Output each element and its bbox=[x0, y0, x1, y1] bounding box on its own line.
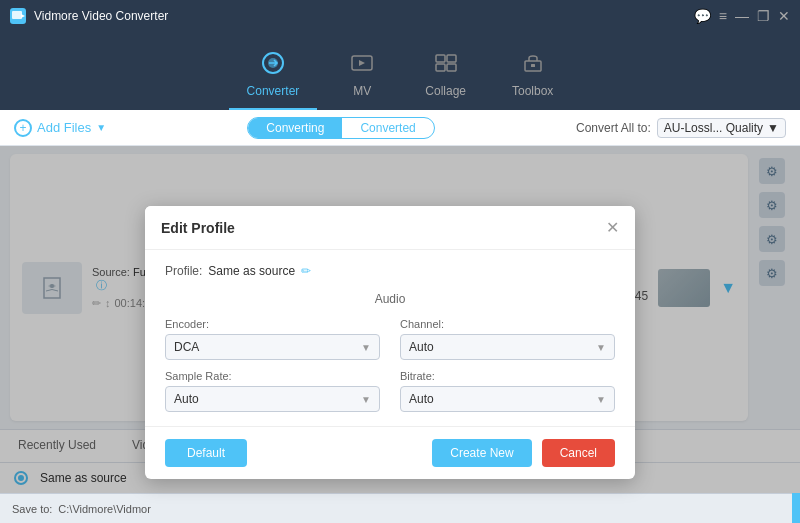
add-files-label: Add Files bbox=[37, 120, 91, 135]
title-bar-controls: 💬 ≡ — ❐ ✕ bbox=[694, 8, 790, 24]
close-button[interactable]: ✕ bbox=[778, 8, 790, 24]
edit-profile-dialog: Edit Profile ✕ Profile: Same as source ✏… bbox=[145, 206, 635, 479]
quality-dropdown[interactable]: AU-Lossl... Quality ▼ bbox=[657, 118, 786, 138]
encoder-value: DCA bbox=[174, 340, 199, 354]
bitrate-dropdown[interactable]: Auto ▼ bbox=[400, 386, 615, 412]
quality-value: AU-Lossl... Quality bbox=[664, 121, 763, 135]
quality-dropdown-icon: ▼ bbox=[767, 121, 779, 135]
minimize-button[interactable]: — bbox=[735, 8, 749, 24]
mv-label: MV bbox=[353, 84, 371, 98]
channel-label: Channel: bbox=[400, 318, 615, 330]
sample-rate-dropdown[interactable]: Auto ▼ bbox=[165, 386, 380, 412]
svg-rect-5 bbox=[436, 55, 445, 62]
profile-edit-icon[interactable]: ✏ bbox=[301, 264, 311, 278]
tab-converting[interactable]: Converting bbox=[248, 118, 342, 138]
cancel-button[interactable]: Cancel bbox=[542, 439, 615, 467]
sub-toolbar: + Add Files ▼ Converting Converted Conve… bbox=[0, 110, 800, 146]
title-bar-left: Vidmore Video Converter bbox=[10, 8, 168, 24]
tab-converter[interactable]: Converter bbox=[229, 44, 318, 110]
plus-icon: + bbox=[14, 119, 32, 137]
toolbox-icon bbox=[520, 52, 546, 80]
menu-icon[interactable]: ≡ bbox=[719, 8, 727, 24]
dialog-close-button[interactable]: ✕ bbox=[606, 218, 619, 237]
dialog-footer: Default Create New Cancel bbox=[145, 426, 635, 479]
channel-group: Channel: Auto ▼ bbox=[400, 318, 615, 360]
tab-collage[interactable]: Collage bbox=[407, 44, 484, 110]
sample-rate-label: Sample Rate: bbox=[165, 370, 380, 382]
create-new-button[interactable]: Create New bbox=[432, 439, 531, 467]
converter-label: Converter bbox=[247, 84, 300, 98]
overlay: Edit Profile ✕ Profile: Same as source ✏… bbox=[0, 146, 800, 493]
app-title: Vidmore Video Converter bbox=[34, 9, 168, 23]
sample-rate-group: Sample Rate: Auto ▼ bbox=[165, 370, 380, 412]
tab-converted[interactable]: Converted bbox=[342, 118, 433, 138]
bitrate-chevron: ▼ bbox=[596, 394, 606, 405]
tab-toolbox[interactable]: Toolbox bbox=[494, 44, 571, 110]
form-grid: Encoder: DCA ▼ Channel: Auto ▼ bbox=[165, 318, 615, 412]
tab-mv[interactable]: MV bbox=[327, 44, 397, 110]
status-bar: Save to: C:\Vidmore\Vidmor bbox=[0, 493, 800, 523]
converter-icon bbox=[260, 52, 286, 80]
convert-button-strip[interactable] bbox=[792, 493, 800, 523]
save-to-label: Save to: bbox=[12, 503, 52, 515]
encoder-chevron: ▼ bbox=[361, 342, 371, 353]
app-icon bbox=[10, 8, 26, 24]
add-files-dropdown-icon[interactable]: ▼ bbox=[96, 122, 106, 133]
bitrate-group: Bitrate: Auto ▼ bbox=[400, 370, 615, 412]
bitrate-label: Bitrate: bbox=[400, 370, 615, 382]
collage-icon bbox=[433, 52, 459, 80]
profile-row: Profile: Same as source ✏ bbox=[165, 264, 615, 278]
dialog-body: Profile: Same as source ✏ Audio Encoder:… bbox=[145, 250, 635, 426]
mv-icon bbox=[349, 52, 375, 80]
svg-marker-1 bbox=[21, 14, 25, 18]
svg-rect-7 bbox=[436, 64, 445, 71]
audio-section-label: Audio bbox=[165, 292, 615, 306]
svg-rect-6 bbox=[447, 55, 456, 62]
bitrate-value: Auto bbox=[409, 392, 434, 406]
convert-all: Convert All to: AU-Lossl... Quality ▼ bbox=[576, 118, 786, 138]
sub-toolbar-left: + Add Files ▼ bbox=[14, 119, 106, 137]
dialog-header: Edit Profile ✕ bbox=[145, 206, 635, 250]
sample-rate-value: Auto bbox=[174, 392, 199, 406]
title-bar: Vidmore Video Converter 💬 ≡ — ❐ ✕ bbox=[0, 0, 800, 32]
encoder-label: Encoder: bbox=[165, 318, 380, 330]
collage-label: Collage bbox=[425, 84, 466, 98]
encoder-group: Encoder: DCA ▼ bbox=[165, 318, 380, 360]
encoder-dropdown[interactable]: DCA ▼ bbox=[165, 334, 380, 360]
add-files-button[interactable]: + Add Files ▼ bbox=[14, 119, 106, 137]
channel-chevron: ▼ bbox=[596, 342, 606, 353]
convert-all-label: Convert All to: bbox=[576, 121, 651, 135]
default-button[interactable]: Default bbox=[165, 439, 247, 467]
toolbox-label: Toolbox bbox=[512, 84, 553, 98]
dialog-title: Edit Profile bbox=[161, 220, 235, 236]
save-to-path: C:\Vidmore\Vidmor bbox=[58, 503, 151, 515]
channel-value: Auto bbox=[409, 340, 434, 354]
tab-switcher: Converting Converted bbox=[247, 117, 434, 139]
svg-rect-10 bbox=[531, 64, 535, 67]
chat-icon[interactable]: 💬 bbox=[694, 8, 711, 24]
profile-label: Profile: bbox=[165, 264, 202, 278]
channel-dropdown[interactable]: Auto ▼ bbox=[400, 334, 615, 360]
svg-rect-8 bbox=[447, 64, 456, 71]
svg-rect-0 bbox=[12, 11, 22, 19]
nav-tabs: Converter MV Collage bbox=[0, 32, 800, 110]
maximize-button[interactable]: ❐ bbox=[757, 8, 770, 24]
sample-rate-chevron: ▼ bbox=[361, 394, 371, 405]
profile-value: Same as source bbox=[208, 264, 295, 278]
